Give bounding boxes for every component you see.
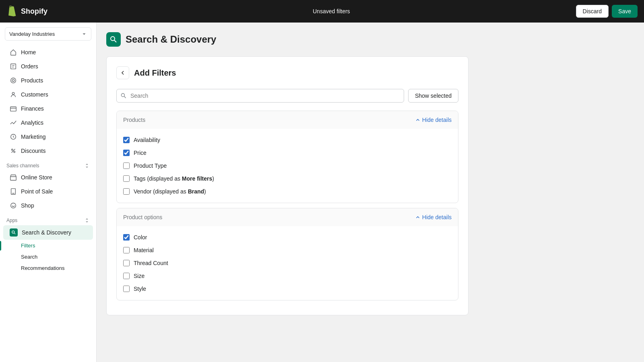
search-icon [109,35,118,43]
sidebar-item-finances[interactable]: Finances [3,102,93,115]
products-section: Products Hide details Availability Price [116,111,458,203]
chevron-down-icon [81,31,87,37]
add-filters-title: Add Filters [134,68,176,78]
filter-price[interactable]: Price [123,146,452,159]
sidebar-item-pos[interactable]: Point of Sale [3,185,93,198]
products-section-title: Products [123,117,145,123]
filter-color[interactable]: Color [123,231,452,244]
filter-size[interactable]: Size [123,269,452,282]
color-checkbox[interactable] [123,234,130,241]
discard-button[interactable]: Discard [576,5,609,18]
tags-checkbox[interactable] [123,175,130,182]
orders-icon [10,63,17,70]
sidebar-item-shop[interactable]: Shop [3,199,93,212]
discounts-icon [10,147,17,154]
sidebar-item-home[interactable]: Home [3,45,93,59]
apps-label: Apps [6,218,17,223]
save-button[interactable]: Save [612,5,638,18]
size-checkbox[interactable] [123,273,130,279]
chevron-up-icon-2 [415,214,421,220]
apps-expand-icon [84,218,90,223]
page-title: Search & Discovery [126,34,216,45]
sidebar-item-finances-label: Finances [21,105,44,112]
filter-thread-count[interactable]: Thread Count [123,257,452,269]
filter-style[interactable]: Style [123,282,452,295]
pos-icon [10,188,17,195]
price-label: Price [134,150,147,156]
product-type-checkbox[interactable] [123,162,130,169]
search-input-wrap [116,89,404,103]
availability-checkbox[interactable] [123,137,130,143]
sidebar-item-search-discovery[interactable]: Search & Discovery [3,225,93,240]
products-section-header: Products Hide details [117,111,458,129]
sidebar: Vandelay Industries Home Orders Products [0,23,97,362]
sidebar-item-marketing[interactable]: Marketing [3,130,93,144]
search-discovery-icon [10,228,18,237]
page-header: Search & Discovery [106,32,634,47]
sidebar-item-discounts-label: Discounts [21,148,45,154]
filter-material[interactable]: Material [123,244,452,257]
product-options-section: Product options Hide details Color Mater… [116,208,458,300]
sidebar-item-marketing-label: Marketing [21,134,45,140]
customers-icon [10,91,17,98]
sidebar-item-online-store[interactable]: Online Store [3,171,93,184]
filters-card-header: Add Filters [116,66,458,79]
filter-availability[interactable]: Availability [123,134,452,146]
logo-text: Shopify [21,7,47,16]
sidebar-item-orders[interactable]: Orders [3,60,93,73]
filter-tags[interactable]: Tags (displayed as More filters) [123,172,452,185]
page-header-icon [106,32,121,47]
sidebar-sub-item-filters[interactable]: Filters [3,240,93,251]
layout: Vandelay Industries Home Orders Products [0,23,644,362]
svg-rect-0 [11,64,16,69]
sidebar-item-products-label: Products [21,77,43,84]
store-selector[interactable]: Vandelay Industries [5,27,91,41]
product-options-hide-details-button[interactable]: Hide details [415,214,452,220]
tags-label: Tags (displayed as More filters) [134,175,214,182]
products-hide-details-button[interactable]: Hide details [415,117,452,123]
search-input-icon [120,93,127,99]
svg-point-20 [121,93,124,97]
product-options-section-title: Product options [123,214,162,220]
products-icon [10,77,17,84]
marketing-icon [10,133,17,140]
sidebar-item-analytics-label: Analytics [21,119,43,126]
svg-point-5 [12,93,14,95]
filter-vendor[interactable]: Vendor (displayed as Brand) [123,185,452,198]
filter-product-type[interactable]: Product Type [123,159,452,172]
price-checkbox[interactable] [123,150,130,156]
svg-point-3 [11,78,16,83]
chevron-up-icon [415,117,421,123]
sidebar-item-products[interactable]: Products [3,74,93,87]
material-checkbox[interactable] [123,247,130,253]
shop-icon [10,202,17,209]
svg-point-10 [14,151,15,153]
expand-icon [84,163,90,169]
search-bar-container: Show selected [116,89,458,103]
filter-search-input[interactable] [116,89,404,103]
store-name: Vandelay Industries [9,31,55,37]
svg-point-15 [11,203,16,208]
sidebar-sub-item-recommendations[interactable]: Recommendations [3,263,93,274]
svg-line-19 [114,40,116,42]
vendor-checkbox[interactable] [123,188,130,195]
topbar: Shopify Unsaved filters Discard Save [0,0,644,23]
show-selected-button[interactable]: Show selected [408,89,458,103]
product-type-label: Product Type [134,162,167,169]
sidebar-item-online-store-label: Online Store [21,174,52,181]
main-content: Search & Discovery Add Filters Show sele… [97,23,644,362]
sidebar-item-discounts[interactable]: Discounts [3,144,93,158]
style-label: Style [134,286,146,292]
sidebar-sub-item-search[interactable]: Search [3,251,93,262]
sidebar-item-search-discovery-label: Search & Discovery [22,229,71,236]
back-button[interactable] [116,66,129,79]
products-hide-details-label: Hide details [422,117,452,123]
sidebar-item-customers-label: Customers [21,91,48,98]
thread-count-checkbox[interactable] [123,260,130,266]
thread-count-label: Thread Count [134,260,168,266]
sidebar-item-analytics[interactable]: Analytics [3,116,93,130]
sidebar-item-customers[interactable]: Customers [3,88,93,101]
svg-point-9 [12,149,13,151]
svg-line-21 [124,97,126,98]
style-checkbox[interactable] [123,286,130,292]
